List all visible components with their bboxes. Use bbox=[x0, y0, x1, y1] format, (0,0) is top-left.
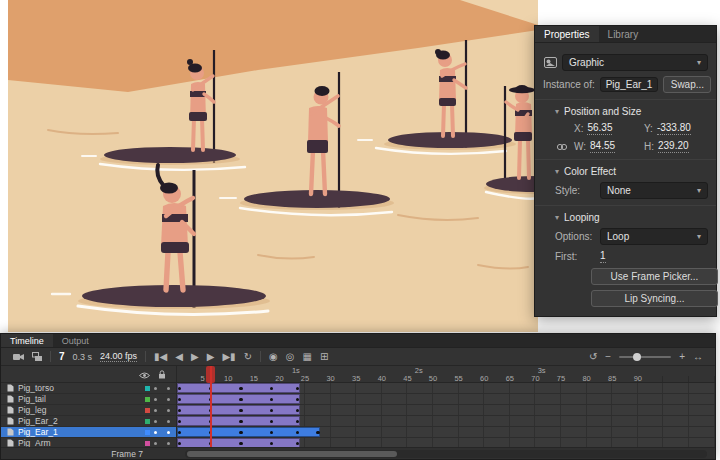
looping-title: Looping bbox=[564, 212, 600, 223]
color-effect-header[interactable]: ▾ Color Effect bbox=[543, 166, 708, 177]
layer-lock-dot[interactable] bbox=[167, 387, 170, 390]
toolbar-separator bbox=[50, 351, 51, 362]
keyframe-dot[interactable] bbox=[316, 431, 320, 435]
layer-frames-Pig_tail[interactable] bbox=[177, 394, 715, 405]
timeline-horizontal-scrollbar[interactable] bbox=[185, 450, 707, 458]
loop-playback-button[interactable]: ↻ bbox=[244, 352, 252, 362]
frame-ruler[interactable]: 1s2s3s5101520253035404550556065707580859… bbox=[177, 366, 715, 383]
go-to-first-frame-button[interactable]: ▮◀ bbox=[154, 352, 167, 362]
keyframe-dot[interactable] bbox=[296, 420, 300, 424]
x-value[interactable]: 56.35 bbox=[587, 122, 612, 135]
h-value[interactable]: 239.20 bbox=[658, 140, 689, 153]
resize-timeline-button[interactable]: ↔ bbox=[693, 352, 703, 362]
step-back-button[interactable]: ◀ bbox=[175, 352, 183, 362]
center-frame-button[interactable]: ⊞ bbox=[320, 352, 328, 362]
layer-outline-swatch[interactable] bbox=[145, 430, 150, 435]
keyframe-dot[interactable] bbox=[296, 409, 300, 413]
loop-options-dropdown[interactable]: Loop ▾ bbox=[600, 228, 708, 245]
layer-frames-Pig_leg[interactable] bbox=[177, 405, 715, 416]
keyframe-dot[interactable] bbox=[239, 409, 243, 413]
layers-icon[interactable] bbox=[32, 352, 42, 361]
keyframe-dot[interactable] bbox=[296, 442, 300, 446]
play-button[interactable]: ▶ bbox=[191, 352, 199, 362]
layer-lock-dot[interactable] bbox=[167, 398, 170, 401]
instance-name-field[interactable]: Pig_Ear_1 bbox=[600, 77, 659, 92]
first-frame-value[interactable]: 1 bbox=[600, 250, 606, 263]
layer-frames-Pig_Arm[interactable] bbox=[177, 438, 715, 447]
keyframe-dot[interactable] bbox=[239, 398, 243, 402]
tab-timeline[interactable]: Timeline bbox=[1, 334, 53, 347]
zoom-out-button[interactable]: − bbox=[605, 352, 611, 362]
layer-row-Pig_leg[interactable]: Pig_leg bbox=[1, 405, 176, 416]
y-value[interactable]: -333.80 bbox=[657, 122, 691, 135]
layer-outline-swatch[interactable] bbox=[145, 397, 150, 402]
reset-timeline-zoom-button[interactable]: ↺ bbox=[589, 352, 597, 362]
layer-outline-swatch[interactable] bbox=[145, 386, 150, 391]
style-dropdown[interactable]: None ▾ bbox=[600, 182, 708, 199]
lock-all-layers-icon[interactable] bbox=[158, 366, 166, 383]
position-size-title: Position and Size bbox=[564, 106, 641, 117]
layer-outline-swatch[interactable] bbox=[145, 419, 150, 424]
keyframe-dot[interactable] bbox=[239, 431, 243, 435]
use-frame-picker-button[interactable]: Use Frame Picker... bbox=[591, 268, 718, 285]
onion-skin-outlines-button[interactable]: ◎ bbox=[286, 352, 295, 362]
keyframe-dot[interactable] bbox=[239, 420, 243, 424]
tab-properties[interactable]: Properties bbox=[535, 26, 599, 42]
edit-multiple-frames-button[interactable]: ▦ bbox=[302, 352, 311, 362]
layer-lock-dot[interactable] bbox=[167, 420, 170, 423]
layer-row-Pig_Arm[interactable]: Pig_Arm bbox=[1, 438, 176, 447]
zoom-in-button[interactable]: + bbox=[679, 352, 685, 362]
layer-outline-swatch[interactable] bbox=[145, 441, 150, 446]
frames-column[interactable]: 1s2s3s5101520253035404550556065707580859… bbox=[177, 366, 715, 447]
x-label: X: bbox=[574, 123, 583, 134]
zoom-slider-knob[interactable] bbox=[633, 353, 641, 361]
layer-visibility-dot[interactable] bbox=[154, 409, 157, 412]
scrollbar-thumb[interactable] bbox=[187, 451, 397, 457]
layer-visibility-dot[interactable] bbox=[154, 431, 157, 434]
show-hide-all-layers-icon[interactable] bbox=[139, 366, 150, 383]
layer-lock-dot[interactable] bbox=[167, 431, 170, 434]
camera-icon[interactable] bbox=[13, 352, 24, 361]
onion-skin-button[interactable]: ◉ bbox=[269, 352, 278, 362]
layer-row-Pig_Ear_2[interactable]: Pig_Ear_2 bbox=[1, 416, 176, 427]
layer-row-Pig_Ear_1[interactable]: Pig_Ear_1 bbox=[1, 427, 176, 438]
layer-frames-Pig_torso[interactable] bbox=[177, 383, 715, 394]
layer-row-Pig_torso[interactable]: Pig_torso bbox=[1, 383, 176, 394]
go-to-last-frame-button[interactable]: ▶▮ bbox=[222, 352, 235, 362]
current-frame-readout: 7 bbox=[59, 351, 65, 362]
layer-visibility-dot[interactable] bbox=[154, 398, 157, 401]
tab-output[interactable]: Output bbox=[53, 334, 98, 347]
layer-visibility-dot[interactable] bbox=[154, 420, 157, 423]
step-forward-button[interactable]: ▶ bbox=[207, 352, 215, 362]
symbol-type-dropdown[interactable]: Graphic ▾ bbox=[562, 54, 708, 71]
layer-frames-Pig_Ear_1[interactable] bbox=[177, 427, 715, 438]
tab-library[interactable]: Library bbox=[599, 26, 648, 42]
link-width-height-icon[interactable] bbox=[555, 143, 569, 151]
keyframe-dot[interactable] bbox=[239, 442, 243, 446]
keyframe-dot[interactable] bbox=[296, 431, 300, 435]
w-value[interactable]: 84.55 bbox=[590, 140, 615, 153]
timeline-zoom-slider[interactable] bbox=[619, 356, 671, 358]
keyframe-dot[interactable] bbox=[296, 398, 300, 402]
layer-visibility-dot[interactable] bbox=[154, 387, 157, 390]
layer-row-Pig_tail[interactable]: Pig_tail bbox=[1, 394, 176, 405]
swap-button[interactable]: Swap... bbox=[663, 76, 711, 93]
keyframe-dot[interactable] bbox=[239, 387, 243, 391]
position-size-header[interactable]: ▾ Position and Size bbox=[543, 106, 708, 117]
stage-canvas[interactable] bbox=[8, 0, 538, 332]
layer-lock-dot[interactable] bbox=[167, 442, 170, 445]
layer-frames-Pig_Ear_2[interactable] bbox=[177, 416, 715, 427]
layer-outline-swatch[interactable] bbox=[145, 408, 150, 413]
layer-lock-dot[interactable] bbox=[167, 409, 170, 412]
w-label: W: bbox=[574, 141, 586, 152]
lip-syncing-button[interactable]: Lip Syncing... bbox=[591, 290, 718, 307]
layer-visibility-dot[interactable] bbox=[154, 442, 157, 445]
looping-header[interactable]: ▾ Looping bbox=[543, 212, 708, 223]
keyframe-dot[interactable] bbox=[296, 387, 300, 391]
layer-name: Pig_Arm bbox=[18, 438, 141, 447]
playhead-head[interactable] bbox=[206, 366, 215, 383]
frame-rows[interactable] bbox=[177, 383, 715, 447]
section-divider bbox=[535, 99, 716, 100]
fps-readout[interactable]: 24.00 fps bbox=[100, 351, 137, 363]
loop-options-value: Loop bbox=[607, 231, 629, 242]
